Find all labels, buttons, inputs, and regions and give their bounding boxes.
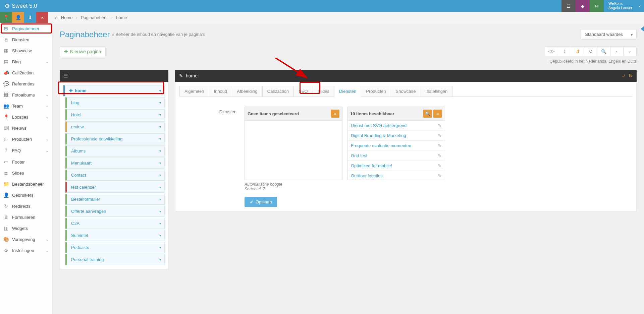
- caret-down-icon: ▾: [159, 185, 161, 189]
- code-button[interactable]: </>: [545, 46, 558, 56]
- sidebar-item[interactable]: ▭Footer: [0, 156, 52, 168]
- pencil-icon[interactable]: ✎: [438, 133, 441, 138]
- available-label: Optimized for mobile!: [351, 163, 392, 168]
- new-page-button[interactable]: ✚ Nieuwe pagina: [60, 46, 106, 57]
- download-button[interactable]: ⬇: [24, 12, 36, 23]
- tree-item[interactable]: Podcasts▾: [65, 242, 165, 253]
- move-right-button[interactable]: »: [331, 110, 339, 118]
- tab[interactable]: Slides: [313, 86, 334, 97]
- sidebar-item[interactable]: ▥Widgets: [0, 223, 52, 234]
- tree-item[interactable]: Personal training▾: [65, 254, 165, 265]
- sidebar-item[interactable]: 🗎Formulieren: [0, 212, 52, 223]
- tree-item-home[interactable]: ✚ home ▾: [63, 85, 165, 96]
- breadcrumb: ⌂ Home › Paginabeheer › home: [48, 12, 127, 23]
- selected-list[interactable]: [245, 121, 342, 180]
- tab[interactable]: Inhoud: [209, 86, 232, 97]
- sidebar-item[interactable]: 📰Nieuws: [0, 123, 52, 134]
- user-button[interactable]: 👤: [12, 12, 24, 23]
- crumb-section[interactable]: Paginabeheer: [81, 15, 108, 20]
- check-icon: ✔: [250, 199, 254, 204]
- tree-item[interactable]: Menukaart▾: [65, 158, 165, 169]
- sidebar-item[interactable]: ▦Showcase: [0, 45, 52, 56]
- sidebar-item[interactable]: ▤Blog⌄: [0, 56, 52, 67]
- sidebar-item[interactable]: 🖼Fotoalbums⌄: [0, 89, 52, 101]
- expand-icon[interactable]: ⤢: [622, 73, 626, 78]
- sidebar-item[interactable]: ？FAQ⌄: [0, 145, 52, 156]
- tree-item-label: Contact: [71, 173, 86, 178]
- tab[interactable]: Producten: [361, 86, 391, 97]
- available-row[interactable]: Grid test✎: [347, 151, 445, 161]
- tree-item[interactable]: Offerte aanvragen▾: [65, 206, 165, 217]
- topbar: ⚙ Sweet 5.0 ☰ ◆ ✉ Welkom, Angela Lanser …: [0, 0, 644, 12]
- tree-item[interactable]: Bestelformulier▾: [65, 194, 165, 205]
- save-button[interactable]: ✔ Opslaan: [245, 197, 277, 207]
- brand-label: Sweet 5.0: [12, 3, 37, 9]
- tab[interactable]: Afbeelding: [232, 86, 262, 97]
- tab[interactable]: Call2action: [262, 86, 294, 97]
- sidebar-item[interactable]: 🏷Producten⌄: [0, 134, 52, 145]
- sidebar-item[interactable]: 📁Bestandsbeheer: [0, 179, 52, 190]
- move-left-button[interactable]: «: [433, 110, 442, 118]
- sidebar-item[interactable]: ≣Slides: [0, 168, 52, 179]
- tab[interactable]: Instellingen: [421, 86, 453, 97]
- next-button[interactable]: ›: [623, 46, 637, 56]
- caret-down-icon: ▾: [639, 4, 641, 8]
- sitemap-button[interactable]: ⇵: [571, 46, 584, 56]
- mail-icon[interactable]: ✉: [590, 0, 604, 12]
- marker-button[interactable]: 📍: [0, 12, 12, 23]
- available-list[interactable]: Dienst met SVG achtergrond✎Digital Brand…: [347, 121, 445, 180]
- prev-button[interactable]: ‹: [610, 46, 624, 56]
- available-row[interactable]: Digital Branding & Marketing✎: [347, 131, 445, 141]
- sidebar-item[interactable]: ⚙Instellingen⌄: [0, 245, 52, 256]
- available-row[interactable]: Optimized for mobile!✎: [347, 161, 445, 171]
- crumb-home[interactable]: Home: [61, 15, 73, 20]
- tree-item[interactable]: Contact▾: [65, 170, 165, 181]
- pencil-icon[interactable]: ✎: [438, 123, 441, 128]
- pencil-icon[interactable]: ✎: [438, 143, 441, 148]
- user-menu[interactable]: Welkom, Angela Lanser ▾: [604, 0, 644, 12]
- sidebar-item[interactable]: 👤Gebruikers: [0, 190, 52, 201]
- tree-item[interactable]: Albums▾: [65, 145, 165, 156]
- search-list-button[interactable]: 🔍: [423, 110, 432, 118]
- available-row[interactable]: Dienst met SVG achtergrond✎: [347, 121, 445, 131]
- search-button[interactable]: 🔍: [597, 46, 610, 56]
- available-row[interactable]: Outdoor locaties✎: [347, 171, 445, 180]
- sidebar-item[interactable]: 🎨Vormgeving⌄: [0, 234, 52, 245]
- tree-item[interactable]: Hotel▾: [65, 109, 165, 120]
- share-btn[interactable]: ⤴: [558, 46, 571, 56]
- sidebar-icon: 📁: [3, 181, 9, 187]
- sidebar-item[interactable]: 💬Referenties: [0, 78, 52, 89]
- tree-item[interactable]: Survintel▾: [65, 230, 165, 241]
- diamond-icon[interactable]: ◆: [576, 0, 590, 12]
- tree-item[interactable]: C2A▾: [65, 218, 165, 229]
- sidebar-icon: ↻: [3, 203, 9, 209]
- tab[interactable]: Diensten: [334, 86, 361, 97]
- tree-item-label: Offerte aanvragen: [71, 209, 106, 214]
- available-row[interactable]: Frequente evaluatie momenten✎: [347, 141, 445, 151]
- refresh-icon[interactable]: ↻: [629, 73, 633, 78]
- card-icon[interactable]: ☰: [561, 0, 576, 12]
- sidebar-item[interactable]: ↻Redirects: [0, 201, 52, 212]
- caret-down-icon: ▾: [159, 222, 161, 225]
- tab[interactable]: Showcase: [391, 86, 421, 97]
- tab[interactable]: Algemeen: [179, 86, 209, 97]
- sidebar-item[interactable]: ⎘Diensten: [0, 34, 52, 45]
- sidebar-item[interactable]: 📍Locaties⌄: [0, 112, 52, 123]
- share-button[interactable]: ∝: [36, 12, 48, 23]
- tree-item[interactable]: Professionele ontwikkeling▾: [65, 133, 165, 144]
- bars-icon[interactable]: ☰: [64, 73, 68, 78]
- sidebar-item[interactable]: ⊞Paginabeheer: [0, 23, 52, 34]
- tree-item[interactable]: review▾: [65, 121, 165, 132]
- sidebar-item[interactable]: 👥Team⌄: [0, 101, 52, 112]
- sidebar-label: FAQ: [12, 148, 21, 153]
- pencil-icon[interactable]: ✎: [438, 173, 441, 178]
- history-button[interactable]: ↺: [584, 46, 597, 56]
- pencil-icon[interactable]: ✎: [438, 163, 441, 168]
- tab[interactable]: SEO: [293, 86, 313, 97]
- sidebar-item[interactable]: 📣Call2action: [0, 67, 52, 78]
- tree-item[interactable]: blog▾: [65, 97, 165, 108]
- pencil-icon[interactable]: ✎: [438, 153, 441, 158]
- sidebar-icon: 📣: [3, 70, 9, 75]
- tree-item[interactable]: test calender▾: [65, 182, 165, 193]
- defaults-dropdown[interactable]: Standaard waardes: [581, 29, 637, 40]
